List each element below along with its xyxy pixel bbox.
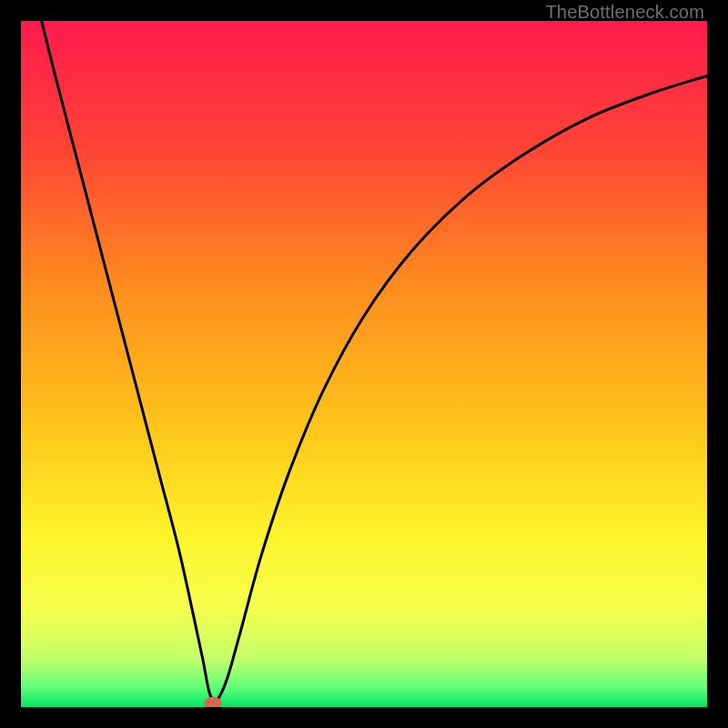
chart-frame (21, 21, 707, 707)
chart-background (21, 21, 707, 707)
watermark-text: TheBottleneck.com (545, 2, 704, 23)
chart-svg (21, 21, 707, 707)
